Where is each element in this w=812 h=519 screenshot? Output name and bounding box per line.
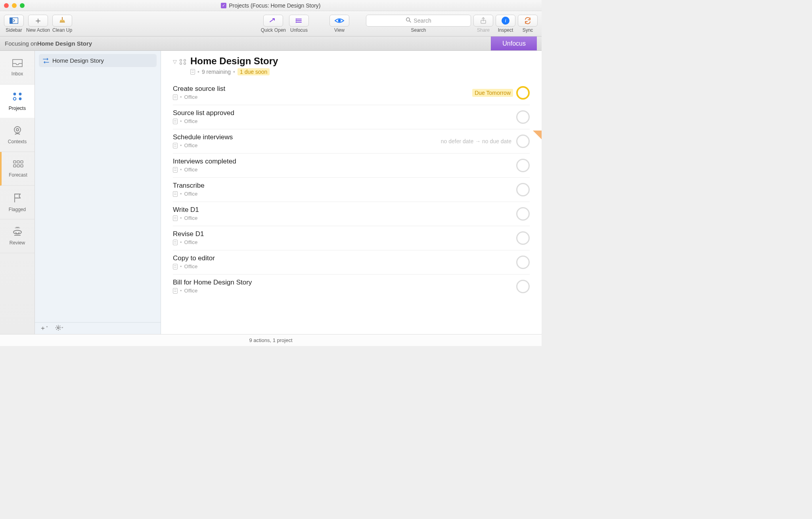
unfocus-button[interactable]	[289, 15, 309, 27]
perspective-contexts[interactable]: Contexts	[0, 118, 34, 152]
task-row[interactable]: Schedule interviews•Officeno defer date …	[173, 129, 530, 153]
note-icon[interactable]	[173, 167, 178, 173]
share-button[interactable]	[473, 15, 493, 27]
new-action-button[interactable]: ＋	[28, 15, 48, 27]
note-icon[interactable]	[173, 191, 178, 197]
task-title: Revise D1	[173, 230, 516, 238]
task-status-circle[interactable]	[516, 110, 530, 124]
review-icon	[12, 227, 23, 238]
task-list: Create source list•OfficeDue TomorrowSou…	[173, 81, 530, 298]
svg-point-7	[406, 18, 410, 21]
titlebar: Projects (Focus: Home Design Story)	[0, 0, 542, 11]
svg-rect-17	[21, 161, 23, 163]
minimize-window-button[interactable]	[12, 3, 17, 8]
task-right	[516, 206, 530, 222]
note-icon[interactable]	[173, 94, 178, 100]
clean-up-label: Clean Up	[52, 27, 72, 33]
focus-subject: Home Design Story	[37, 40, 92, 47]
perspective-projects-label: Projects	[9, 106, 26, 111]
task-right	[516, 109, 530, 125]
task-due-tag: Due Tomorrow	[472, 89, 513, 97]
task-context: Office	[184, 288, 198, 294]
close-window-button[interactable]	[4, 3, 9, 8]
task-row[interactable]: Copy to editor•Office	[173, 250, 530, 274]
task-row[interactable]: Create source list•OfficeDue Tomorrow	[173, 81, 530, 105]
svg-point-3	[296, 18, 297, 19]
share-label: Share	[477, 27, 490, 33]
task-status-circle[interactable]	[516, 280, 530, 293]
search-label: Search	[411, 27, 426, 33]
add-project-button[interactable]: ＋˅	[40, 324, 48, 333]
task-status-circle[interactable]	[516, 256, 530, 269]
svg-point-14	[16, 129, 19, 131]
note-icon[interactable]	[173, 264, 178, 269]
note-icon[interactable]	[173, 119, 178, 124]
flag-icon	[533, 131, 542, 139]
perspective-review-label: Review	[10, 240, 25, 246]
project-title[interactable]: Home Design Story	[190, 56, 278, 67]
sync-button[interactable]	[518, 15, 538, 27]
quick-open-group: Quick Open	[261, 15, 286, 33]
task-status-circle[interactable]	[516, 231, 530, 245]
task-status-circle[interactable]	[516, 86, 530, 100]
zoom-window-button[interactable]	[20, 3, 25, 8]
svg-point-22	[180, 60, 182, 62]
note-icon[interactable]	[173, 143, 178, 148]
task-row[interactable]: Bill for Home Design Story•Office	[173, 274, 530, 298]
task-context: Office	[184, 167, 198, 173]
task-row[interactable]: Transcribe•Office	[173, 177, 530, 202]
note-icon[interactable]	[173, 215, 178, 221]
perspective-forecast-label: Forecast	[9, 172, 27, 178]
task-subline: •Office	[173, 94, 472, 100]
task-title: Interviews completed	[173, 158, 516, 165]
task-status-circle[interactable]	[516, 183, 530, 196]
task-row[interactable]: Write D1•Office	[173, 202, 530, 226]
svg-rect-19	[17, 165, 19, 167]
task-context: Office	[184, 263, 198, 269]
task-status-circle[interactable]	[516, 159, 530, 172]
project-due-soon-badge: 1 due soon	[237, 68, 270, 75]
task-subline: •Office	[173, 215, 516, 221]
view-button[interactable]	[329, 15, 349, 27]
sidebar-button[interactable]	[4, 15, 24, 27]
contexts-icon	[12, 126, 23, 136]
quick-open-button[interactable]	[263, 15, 283, 27]
search-placeholder: Search	[414, 17, 431, 24]
projects-icon	[12, 92, 23, 103]
app-icon	[221, 3, 226, 8]
note-icon[interactable]	[173, 288, 178, 294]
focusbar-unfocus-button[interactable]: Unfocus	[491, 37, 537, 50]
task-title: Schedule interviews	[173, 133, 441, 141]
svg-rect-20	[21, 165, 23, 167]
perspective-flagged[interactable]: Flagged	[0, 186, 34, 219]
svg-point-6	[338, 19, 341, 22]
project-list-item[interactable]: Home Design Story	[39, 54, 157, 67]
inspect-button[interactable]: i	[496, 15, 515, 27]
task-status-circle[interactable]	[516, 207, 530, 221]
perspective-projects[interactable]: Projects	[0, 85, 34, 118]
task-row[interactable]: Revise D1•Office	[173, 226, 530, 250]
sync-label: Sync	[523, 27, 533, 33]
task-status-circle[interactable]	[516, 135, 530, 148]
clean-up-button[interactable]	[52, 15, 72, 27]
svg-point-24	[180, 63, 182, 65]
perspective-forecast[interactable]: Forecast	[0, 152, 34, 186]
clean-up-group: Clean Up	[52, 15, 72, 33]
svg-point-23	[184, 60, 186, 62]
project-gear-button[interactable]: ˅	[55, 325, 63, 333]
task-context: Office	[184, 215, 198, 221]
forecast-icon	[13, 160, 24, 170]
task-subline: •Office	[173, 263, 516, 269]
perspective-review[interactable]: Review	[0, 219, 34, 253]
search-field[interactable]: Search	[366, 15, 471, 27]
perspective-inbox-label: Inbox	[11, 71, 23, 77]
note-icon[interactable]	[173, 240, 178, 245]
perspectives-sidebar: Inbox Projects Contexts	[0, 51, 35, 334]
task-context: Office	[184, 142, 198, 148]
task-row[interactable]: Interviews completed•Office	[173, 153, 530, 177]
note-icon[interactable]	[190, 69, 195, 75]
task-row[interactable]: Source list approved•Office	[173, 105, 530, 129]
perspective-inbox[interactable]: Inbox	[0, 51, 34, 85]
disclosure-triangle[interactable]: ▽	[173, 59, 177, 66]
sidebar-toggle: Sidebar	[4, 15, 24, 33]
